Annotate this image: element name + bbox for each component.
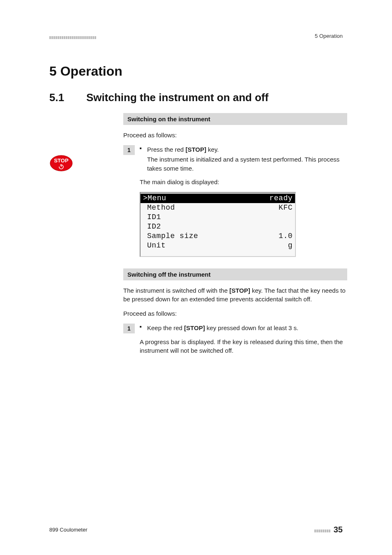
stop-key-icon: STOP — [49, 155, 73, 172]
footer-product: 899 Coulometer — [49, 527, 88, 533]
section-title: Switching the instrument on and off — [86, 91, 268, 104]
section-number: 5.1 — [49, 91, 74, 104]
step-number-off-1: 1 — [123, 324, 135, 333]
step-on-1-detail: The instrument is initialized and a syst… — [140, 155, 347, 173]
switch-off-para: The instrument is switched off with the … — [123, 286, 347, 303]
switching-off-heading: Switching off the instrument — [123, 268, 347, 280]
switching-on-heading: Switching on the instrument — [123, 113, 347, 125]
main-dialog-text: The main dialog is displayed: — [140, 178, 347, 186]
step-off-1-detail: A progress bar is displayed. If the key … — [140, 338, 347, 355]
header-dashes — [49, 36, 96, 39]
chapter-heading: 5 Operation — [49, 64, 343, 79]
proceed-text-on: Proceed as follows: — [123, 131, 347, 139]
running-header: 5 Operation — [315, 33, 343, 39]
proceed-text-off: Proceed as follows: — [123, 309, 347, 318]
step-on-1-bullet: Press the red [STOP] key. — [140, 145, 347, 154]
page-number: 35 — [334, 525, 343, 534]
footer-dashes — [314, 530, 330, 532]
svg-text:STOP: STOP — [54, 157, 68, 164]
step-number-on-1: 1 — [123, 145, 135, 155]
lcd-screenshot: >Menuready MethodKFC ID1 ID2 Sample size… — [140, 192, 296, 257]
step-off-1-bullet: Keep the red [STOP] key pressed down for… — [140, 324, 347, 333]
